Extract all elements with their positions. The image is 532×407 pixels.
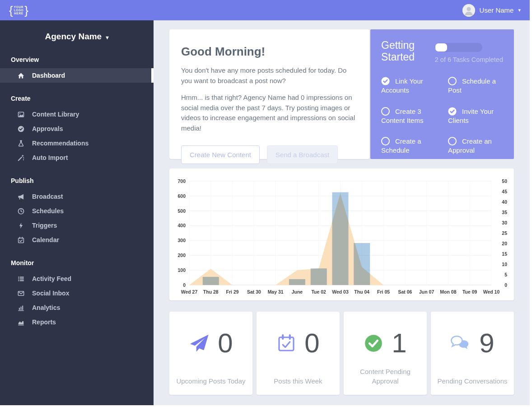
nav-item-label: Auto Import [32, 154, 68, 161]
bar-series [203, 192, 370, 285]
chevron-down-icon: ▾ [106, 34, 108, 41]
task-link-your-accounts[interactable]: Link Your Accounts [381, 77, 436, 95]
nav-section-title: Create [0, 95, 154, 102]
stat-value: 1 [392, 330, 406, 357]
svg-text:35: 35 [502, 210, 507, 215]
stat-card-pending-conversations[interactable]: 9Pending Conversations [431, 312, 514, 395]
right-axis-labels: 05101520253035404550 [502, 178, 507, 288]
stat-value: 0 [304, 330, 319, 357]
bar-chart-icon [17, 304, 25, 312]
svg-text:0: 0 [504, 282, 507, 288]
active-item-indicator [151, 68, 154, 83]
svg-text:Thu 28: Thu 28 [203, 289, 219, 295]
svg-text:15: 15 [502, 251, 507, 257]
unchecked-circle-icon [381, 107, 390, 116]
nav-section-monitor: MonitorActivity FeedSocial InboxAnalytic… [0, 259, 154, 329]
nav-section-create: CreateContent LibraryApprovalsRecommenda… [0, 95, 154, 165]
stat-card-content-pending-approval[interactable]: 1Content Pending Approval [344, 312, 427, 395]
task-schedule-a-post[interactable]: Schedule a Post [448, 77, 503, 95]
task-create-an-approval[interactable]: Create an Approval [448, 137, 503, 155]
sidebar-item-content-library[interactable]: Content Library [0, 107, 154, 122]
sidebar-item-triggers[interactable]: Triggers [0, 218, 154, 233]
task-create-a-schedule[interactable]: Create a Schedule [381, 137, 436, 155]
stat-label: Content Pending Approval [350, 367, 420, 386]
sidebar-item-activity-feed[interactable]: Activity Feed [0, 271, 154, 286]
stat-value: 9 [479, 330, 494, 357]
svg-text:May 31: May 31 [268, 289, 284, 295]
user-menu[interactable]: User Name ▾ [462, 4, 521, 17]
stat-card-upcoming-posts-today[interactable]: 0Upcoming Posts Today [169, 312, 252, 395]
svg-text:Wed 10: Wed 10 [483, 289, 500, 295]
logo-brace-right: } [24, 5, 28, 16]
nav-item-label: Content Library [32, 111, 79, 118]
greeting-paragraph: Hmm... is that right? Agency Name had 0 … [181, 93, 358, 133]
agency-name-label: Agency Name [45, 32, 102, 41]
user-name-label: User Name [480, 6, 514, 14]
stat-label: Posts this Week [274, 376, 322, 386]
task-invite-your-clients[interactable]: Invite Your Clients [448, 107, 503, 126]
sidebar-item-broadcast[interactable]: Broadcast [0, 189, 154, 204]
agency-selector[interactable]: Agency Name ▾ [0, 20, 154, 42]
progress-text: 2 of 6 Tasks Completed [435, 56, 503, 63]
svg-text:40: 40 [502, 199, 507, 205]
left-axis-labels: 0100200300400500600700 [177, 178, 186, 288]
unchecked-circle-icon [381, 137, 390, 145]
svg-text:30: 30 [502, 220, 507, 225]
nav-item-label: Triggers [32, 222, 57, 229]
sidebar-item-social-inbox[interactable]: Social Inbox [0, 286, 154, 300]
send-a-broadcast-button[interactable]: Send a Broadcast [267, 145, 338, 164]
home-icon [17, 72, 25, 80]
create-new-content-button[interactable]: Create New Content [181, 145, 260, 164]
nav-item-label: Activity Feed [32, 275, 71, 282]
nav-section-overview: OverviewDashboard [0, 56, 154, 83]
svg-text:Tue 02: Tue 02 [311, 289, 326, 295]
sidebar-item-reports[interactable]: Reports [0, 315, 154, 329]
logo-line: LOGO [14, 9, 24, 12]
progress-bar [435, 43, 482, 52]
svg-text:Fri 05: Fri 05 [377, 289, 390, 295]
sidebar-item-analytics[interactable]: Analytics [0, 300, 154, 315]
progress-knob [435, 43, 447, 51]
paper-plane-icon [189, 333, 210, 354]
nav-section-title: Monitor [0, 259, 154, 267]
nav-item-label: Dashboard [32, 72, 65, 79]
sidebar-item-calendar[interactable]: Calendar [0, 233, 154, 247]
activity-chart: 0100200300400500600700051015202530354045… [174, 175, 509, 297]
checked-circle-icon [448, 107, 457, 116]
nav-item-label: Approvals [32, 125, 63, 132]
clock-icon [17, 207, 25, 215]
checked-circle-icon [381, 77, 390, 85]
svg-text:Thu 04: Thu 04 [354, 289, 369, 295]
nav-section-title: Publish [0, 177, 154, 184]
megaphone-icon [17, 193, 25, 201]
svg-text:10: 10 [502, 262, 507, 267]
greeting-title: Good Morning! [181, 45, 358, 59]
app-logo[interactable]: { YOUR LOGO HERE } [9, 5, 28, 16]
svg-text:June: June [292, 289, 303, 295]
calendar-icon [17, 236, 25, 244]
avatar [462, 4, 475, 17]
activity-chart-card: 0100200300400500600700051015202530354045… [169, 168, 514, 300]
sidebar-item-recommendations[interactable]: Recommendations [0, 136, 154, 150]
flask-icon [17, 140, 25, 147]
getting-started-card: Getting Started 2 of 6 Tasks Completed L… [370, 29, 514, 159]
sidebar-item-approvals[interactable]: Approvals [0, 122, 154, 136]
stat-label: Upcoming Posts Today [176, 376, 245, 386]
task-create-3-content-items[interactable]: Create 3 Content Items [381, 107, 436, 126]
sidebar-item-dashboard[interactable]: Dashboard [0, 68, 154, 83]
svg-text:Tue 09: Tue 09 [462, 289, 477, 295]
stat-card-posts-this-week[interactable]: 0Posts this Week [257, 312, 340, 395]
nav-item-label: Calendar [32, 236, 59, 243]
svg-text:500: 500 [177, 208, 186, 214]
svg-text:20: 20 [502, 241, 507, 246]
sidebar-item-schedules[interactable]: Schedules [0, 204, 154, 218]
svg-text:Fri 29: Fri 29 [226, 289, 239, 295]
nav-item-label: Analytics [32, 304, 60, 311]
image-icon [17, 111, 25, 118]
area-chart-icon [17, 318, 25, 326]
chat-bubbles-icon [450, 333, 471, 354]
main-content: Good Morning! You don't have any more po… [154, 20, 530, 405]
sidebar-item-auto-import[interactable]: Auto Import [0, 150, 154, 165]
svg-text:600: 600 [177, 193, 186, 199]
list-icon [17, 275, 25, 283]
